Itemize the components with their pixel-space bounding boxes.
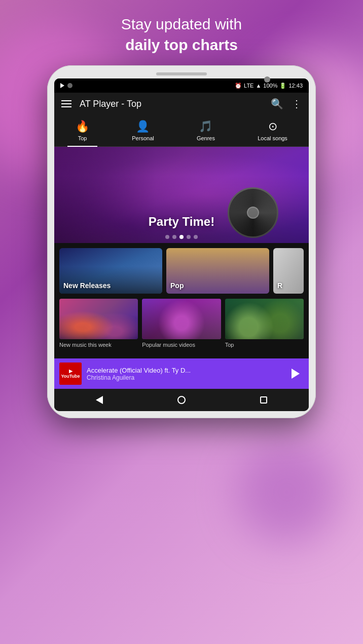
tab-top[interactable]: 🔥 Top (67, 117, 97, 144)
local-songs-tab-icon: ⊙ (268, 120, 277, 133)
menu-button[interactable] (61, 100, 71, 107)
play-triangle-icon (292, 369, 300, 379)
new-music-label: New music this week (59, 341, 138, 348)
more-options-button[interactable]: ⋮ (292, 98, 302, 110)
video-card-new-music[interactable]: New music this week (59, 299, 138, 348)
tab-genres[interactable]: 🎵 Genres (189, 117, 223, 144)
back-nav-button[interactable] (90, 391, 108, 409)
battery-icon: 🔋 (279, 83, 286, 89)
hero-dots (165, 235, 198, 239)
play-status-icon (60, 83, 64, 88)
phone-wrapper: ⏰ LTE ▲ 100% 🔋 12:43 AT Player - Top 🔍 ⋮ (40, 65, 323, 644)
video-card-popular[interactable]: Popular music videos (142, 299, 221, 348)
genre-card-pop[interactable]: Pop (166, 248, 269, 294)
headline: Stay updated with daily top charts (101, 0, 263, 65)
video-grid: New music this week Popular music videos… (59, 299, 304, 348)
now-playing-bar[interactable]: ▶ YouTube Accelerate (Official Video) ft… (54, 358, 309, 389)
r-label: R (277, 281, 282, 290)
home-icon (177, 396, 186, 404)
hero-dot-5[interactable] (194, 235, 198, 239)
home-nav-button[interactable] (172, 391, 191, 409)
now-playing-thumbnail: ▶ YouTube (59, 363, 82, 385)
popular-music-thumb-bg (142, 299, 221, 339)
signal-bars-icon: ▲ (256, 83, 261, 89)
hero-dot-3[interactable] (179, 235, 184, 239)
top-tab-icon: 🔥 (76, 120, 89, 133)
status-bar: ⏰ LTE ▲ 100% 🔋 12:43 (54, 78, 309, 93)
genre-cards-row: New Releases Pop R (59, 248, 304, 294)
signal-label: LTE (244, 83, 253, 89)
hero-dot-4[interactable] (187, 235, 191, 239)
top-video-thumb-bg (225, 299, 304, 339)
app-bar-actions: 🔍 ⋮ (271, 98, 302, 110)
popular-music-label: Popular music videos (142, 341, 221, 348)
tab-personal[interactable]: 👤 Personal (124, 117, 162, 144)
genre-card-r[interactable]: R (273, 248, 304, 294)
alarm-icon: ⏰ (235, 83, 242, 89)
new-releases-label: New Releases (63, 281, 111, 290)
headline-bold: daily top charts (125, 36, 238, 53)
notification-dot (67, 83, 72, 88)
pop-label: Pop (170, 281, 184, 290)
video-card-top[interactable]: Top (225, 299, 304, 348)
app-bar: AT Player - Top 🔍 ⋮ (54, 93, 309, 115)
tab-navigation: 🔥 Top 👤 Personal 🎵 Genres ⊙ Local songs (54, 115, 309, 147)
personal-tab-icon: 👤 (136, 120, 150, 133)
top-tab-label: Top (78, 135, 87, 141)
recents-nav-button[interactable] (255, 391, 273, 409)
recents-icon (260, 396, 267, 404)
hero-dot-1[interactable] (165, 235, 169, 239)
popular-music-thumb (142, 299, 221, 339)
play-button[interactable] (287, 366, 304, 382)
top-video-label: Top (225, 341, 304, 348)
tab-local-songs[interactable]: ⊙ Local songs (249, 117, 296, 144)
local-songs-tab-label: Local songs (258, 135, 287, 141)
phone-screen: ⏰ LTE ▲ 100% 🔋 12:43 AT Player - Top 🔍 ⋮ (54, 78, 309, 411)
now-playing-info: Accelerate (Official Video) ft. Ty D... … (87, 367, 282, 381)
phone: ⏰ LTE ▲ 100% 🔋 12:43 AT Player - Top 🔍 ⋮ (47, 65, 316, 418)
genres-tab-icon: 🎵 (199, 120, 212, 133)
headline-regular: Stay updated with (121, 16, 242, 32)
genres-tab-label: Genres (197, 135, 215, 141)
personal-tab-label: Personal (132, 135, 154, 141)
new-music-thumb (59, 299, 138, 339)
content-area: New Releases Pop R (54, 243, 309, 358)
battery-label: 100% (263, 83, 277, 89)
now-playing-title: Accelerate (Official Video) ft. Ty D... (87, 367, 282, 374)
top-video-thumb (225, 299, 304, 339)
hero-banner[interactable]: Party Time! (54, 147, 309, 243)
youtube-logo: ▶ YouTube (59, 369, 82, 379)
genre-card-new-releases[interactable]: New Releases (59, 248, 162, 294)
back-icon (96, 396, 103, 404)
now-playing-artist: Christina Aguilera (87, 374, 282, 381)
bottom-navigation (54, 389, 309, 411)
app-title: AT Player - Top (80, 99, 263, 109)
hero-dot-2[interactable] (172, 235, 176, 239)
time-label: 12:43 (288, 83, 303, 89)
search-button[interactable]: 🔍 (271, 98, 283, 110)
new-music-thumb-bg (59, 299, 138, 339)
